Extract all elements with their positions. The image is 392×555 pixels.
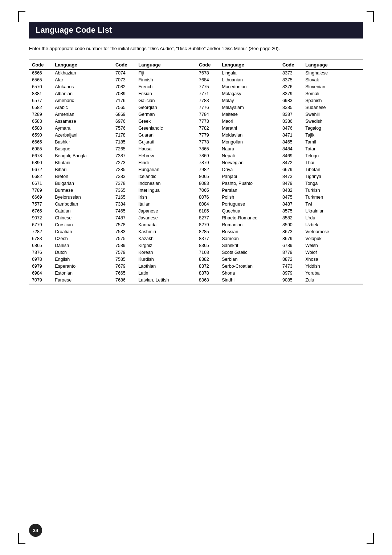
row21-col2-code: 8277 <box>196 215 219 222</box>
table-row: 6669Byelorussian7165Irish8076Polish8475T… <box>29 194 363 201</box>
row7-col3-lang: Swedish <box>302 118 363 125</box>
row26-col0-lang: Dutch <box>52 249 113 256</box>
row15-col0-code: 6682 <box>29 173 52 180</box>
row7-col0-code: 6583 <box>29 118 52 125</box>
col4-code-header: Code <box>279 60 302 70</box>
table-row: 6577Ameharic7176Galician7783Malay6983Spa… <box>29 97 363 104</box>
row20-col0-code: 6765 <box>29 208 52 215</box>
row6-col3-lang: Swahili <box>302 111 363 118</box>
row17-col1-code: 7365 <box>113 187 135 194</box>
row12-col0-lang: Bengali; Bangla <box>52 153 113 159</box>
row10-col0-code: 6665 <box>29 139 52 146</box>
row18-col1-code: 7165 <box>113 194 135 201</box>
row15-col3-code: 8473 <box>279 173 302 180</box>
row13-col2-code: 7879 <box>196 159 219 166</box>
row6-col3-code: 8387 <box>279 111 302 118</box>
row13-col3-code: 8472 <box>279 159 302 166</box>
row5-col3-code: 8385 <box>279 104 302 111</box>
corner-br <box>367 533 374 544</box>
row25-col3-code: 6789 <box>279 242 302 249</box>
row9-col0-code: 6590 <box>29 132 52 139</box>
row24-col3-code: 8679 <box>279 235 302 242</box>
row11-col1-code: 7265 <box>113 146 135 153</box>
row26-col3-lang: Wolof <box>302 249 363 256</box>
col4-lang-header: Language <box>302 60 363 70</box>
table-row: 6678Bengali; Bangla7387Hebrew7869Nepali8… <box>29 153 363 159</box>
row10-col3-code: 8465 <box>279 139 302 146</box>
row22-col3-lang: Uzbek <box>302 222 363 228</box>
row3-col2-lang: Malagasy <box>219 90 279 97</box>
row11-col3-lang: Tatar <box>302 146 363 153</box>
row25-col2-lang: Sanskrit <box>219 242 279 249</box>
row21-col1-lang: Javanese <box>135 215 196 222</box>
row9-col3-lang: Tajik <box>302 132 363 139</box>
table-row: 6570Afrikaans7082French7775Macedonian837… <box>29 84 363 90</box>
table-row: 6865Danish7589Kirghiz8365Sanskrit6789Wel… <box>29 242 363 249</box>
header-row: Code Language Code Language Code Languag… <box>29 60 363 70</box>
row24-col1-lang: Kazakh <box>135 235 196 242</box>
title-box: Language Code List <box>29 22 363 39</box>
page-title: Language Code List <box>36 25 356 35</box>
row15-col2-code: 8065 <box>196 173 219 180</box>
row28-col0-lang: Esperanto <box>52 263 113 270</box>
row17-col0-lang: Burmese <box>52 187 113 194</box>
row27-col1-code: 7585 <box>113 256 135 263</box>
row23-col2-lang: Russian <box>219 228 279 235</box>
row15-col0-lang: Breton <box>52 173 113 180</box>
row30-col0-lang: Faroese <box>52 277 113 284</box>
row12-col1-lang: Hebrew <box>135 153 196 159</box>
row9-col1-lang: Guarani <box>135 132 196 139</box>
row16-col2-lang: Pashto, Pushto <box>219 180 279 187</box>
table-row: 7289Armenian6869German7784Maltese8387Swa… <box>29 111 363 118</box>
row24-col2-code: 8377 <box>196 235 219 242</box>
row22-col1-lang: Kannada <box>135 222 196 228</box>
row1-col2-lang: Lithuanian <box>219 77 279 84</box>
row12-col3-code: 8469 <box>279 153 302 159</box>
row0-col2-code: 7678 <box>196 69 219 77</box>
row24-col3-lang: Volapük <box>302 235 363 242</box>
row16-col0-lang: Bulgarian <box>52 180 113 187</box>
row22-col2-lang: Rumanian <box>219 222 279 228</box>
row20-col1-code: 7465 <box>113 208 135 215</box>
row6-col1-lang: German <box>135 111 196 118</box>
row30-col1-code: 7686 <box>113 277 135 284</box>
row5-col2-code: 7776 <box>196 104 219 111</box>
row1-col3-code: 8375 <box>279 77 302 84</box>
row29-col0-lang: Estonian <box>52 270 113 277</box>
row17-col3-code: 8482 <box>279 187 302 194</box>
row25-col2-code: 8365 <box>196 242 219 249</box>
row3-col2-code: 7771 <box>196 90 219 97</box>
row14-col3-lang: Tibetan <box>302 166 363 173</box>
row19-col3-code: 8487 <box>279 201 302 208</box>
row4-col2-code: 7783 <box>196 97 219 104</box>
table-row: 6671Bulgarian7378Indonesian8083Pashto, P… <box>29 180 363 187</box>
row5-col0-code: 6582 <box>29 104 52 111</box>
row18-col3-code: 8475 <box>279 194 302 201</box>
row10-col1-code: 7185 <box>113 139 135 146</box>
row25-col0-code: 6865 <box>29 242 52 249</box>
row11-col2-code: 7865 <box>196 146 219 153</box>
row4-col1-code: 7176 <box>113 97 135 104</box>
row20-col2-lang: Quechua <box>219 208 279 215</box>
row22-col1-code: 7578 <box>113 222 135 228</box>
row9-col3-code: 8471 <box>279 132 302 139</box>
col2-lang-header: Language <box>135 60 196 70</box>
row27-col0-code: 6978 <box>29 256 52 263</box>
row13-col0-lang: Bhutani <box>52 159 113 166</box>
table-row: 7789Burmese7365Interlingua7065Persian848… <box>29 187 363 194</box>
row19-col1-lang: Italian <box>135 201 196 208</box>
row15-col3-lang: Tigrinya <box>302 173 363 180</box>
row6-col0-lang: Armenian <box>52 111 113 118</box>
table-row: 7079Faroese7686Latvian, Lettish8368Sindh… <box>29 277 363 284</box>
row12-col2-code: 7869 <box>196 153 219 159</box>
row1-col1-lang: Finnish <box>135 77 196 84</box>
row8-col3-code: 8476 <box>279 125 302 132</box>
table-row: 6765Catalan7465Japanese8185Quechua8575Uk… <box>29 208 363 215</box>
row30-col1-lang: Latvian, Lettish <box>135 277 196 284</box>
row27-col0-lang: English <box>52 256 113 263</box>
row1-col0-code: 6565 <box>29 77 52 84</box>
row11-col0-code: 6985 <box>29 146 52 153</box>
row20-col3-lang: Ukrainian <box>302 208 363 215</box>
table-row: 8381Albanian7089Frisian7771Malagasy8379S… <box>29 90 363 97</box>
row24-col1-code: 7575 <box>113 235 135 242</box>
